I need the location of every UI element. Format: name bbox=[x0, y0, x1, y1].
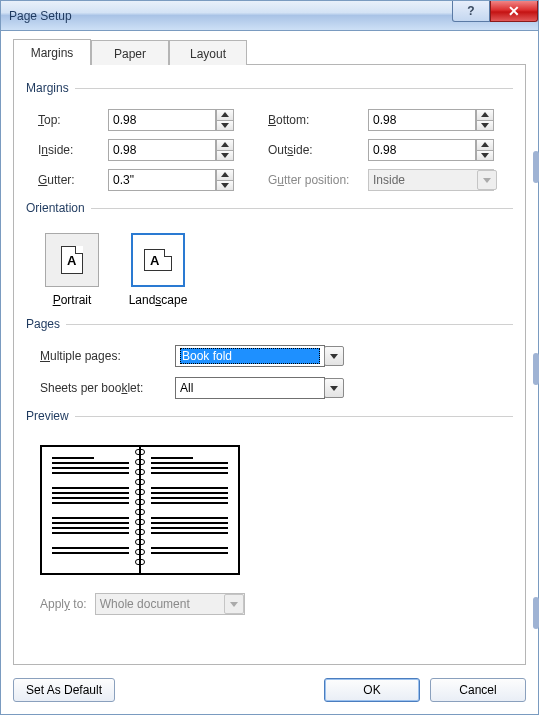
chevron-up-icon bbox=[221, 172, 229, 177]
bottom-label: Bottom: bbox=[268, 113, 368, 127]
landscape-page-icon: A bbox=[144, 249, 172, 271]
orientation-portrait-label: Portrait bbox=[40, 293, 104, 307]
chevron-up-icon bbox=[221, 112, 229, 117]
tab-paper-label: Paper bbox=[114, 47, 146, 61]
close-button[interactable]: ✕ bbox=[490, 1, 538, 22]
window-title: Page Setup bbox=[9, 9, 72, 23]
multiple-pages-select[interactable]: Book fold bbox=[175, 345, 345, 367]
gutter-label: Gutter: bbox=[38, 173, 108, 187]
gutter-spin-down[interactable] bbox=[216, 180, 234, 192]
chevron-down-icon bbox=[330, 386, 338, 391]
sheets-per-booklet-dropdown-button[interactable] bbox=[324, 378, 344, 398]
chevron-down-icon bbox=[483, 178, 491, 183]
ok-label: OK bbox=[363, 683, 380, 697]
multiple-pages-dropdown-button[interactable] bbox=[324, 346, 344, 366]
top-input[interactable] bbox=[108, 109, 216, 131]
apply-to-dropdown-button bbox=[224, 594, 244, 614]
chevron-down-icon bbox=[481, 123, 489, 128]
outside-label: Outside: bbox=[268, 143, 368, 157]
chevron-down-icon bbox=[221, 183, 229, 188]
cancel-button[interactable]: Cancel bbox=[430, 678, 526, 702]
section-pages: Pages bbox=[26, 317, 513, 331]
bottom-spin-up[interactable] bbox=[476, 109, 494, 120]
section-margins-label: Margins bbox=[26, 81, 69, 95]
tab-margins[interactable]: Margins bbox=[13, 39, 91, 66]
orientation-landscape[interactable]: A Landscape bbox=[126, 233, 190, 307]
tab-layout[interactable]: Layout bbox=[169, 40, 247, 66]
sheets-per-booklet-select[interactable]: All bbox=[175, 377, 345, 399]
close-icon: ✕ bbox=[508, 3, 520, 19]
outside-spin-up[interactable] bbox=[476, 139, 494, 150]
tab-layout-label: Layout bbox=[190, 47, 226, 61]
chevron-up-icon bbox=[481, 112, 489, 117]
orientation-landscape-label: Landscape bbox=[126, 293, 190, 307]
ok-button[interactable]: OK bbox=[324, 678, 420, 702]
top-spin-down[interactable] bbox=[216, 120, 234, 132]
scroll-hint bbox=[533, 597, 539, 629]
cancel-label: Cancel bbox=[459, 683, 496, 697]
help-icon: ? bbox=[467, 4, 474, 18]
inside-label: Inside: bbox=[38, 143, 108, 157]
chevron-down-icon bbox=[230, 602, 238, 607]
portrait-page-icon: A bbox=[61, 246, 83, 274]
orientation-portrait[interactable]: A Portrait bbox=[40, 233, 104, 307]
page-setup-dialog: Page Setup ? ✕ Margins Paper Layout Marg… bbox=[0, 0, 539, 715]
set-as-default-button[interactable]: Set As Default bbox=[13, 678, 115, 702]
gutter-spin-up[interactable] bbox=[216, 169, 234, 180]
gutter-position-dropdown-button bbox=[477, 170, 497, 190]
set-as-default-label: Set As Default bbox=[26, 683, 102, 697]
chevron-up-icon bbox=[481, 142, 489, 147]
inside-input[interactable] bbox=[108, 139, 216, 161]
section-orientation: Orientation bbox=[26, 201, 513, 215]
section-preview-label: Preview bbox=[26, 409, 69, 423]
sheets-per-booklet-label: Sheets per booklet: bbox=[40, 381, 175, 395]
help-button[interactable]: ? bbox=[452, 1, 490, 22]
gutter-position-value: Inside bbox=[373, 173, 489, 187]
scroll-hint bbox=[533, 353, 539, 385]
apply-to-select: Whole document bbox=[95, 593, 245, 615]
section-pages-label: Pages bbox=[26, 317, 60, 331]
inside-spin-up[interactable] bbox=[216, 139, 234, 150]
chevron-down-icon bbox=[481, 153, 489, 158]
inside-spin-down[interactable] bbox=[216, 150, 234, 162]
preview-book-icon bbox=[40, 445, 240, 575]
sheets-per-booklet-value: All bbox=[180, 381, 320, 395]
tab-strip: Margins Paper Layout bbox=[13, 39, 526, 65]
multiple-pages-label: Multiple pages: bbox=[40, 349, 175, 363]
chevron-up-icon bbox=[221, 142, 229, 147]
apply-to-label: Apply to: bbox=[40, 597, 87, 611]
chevron-down-icon bbox=[330, 354, 338, 359]
gutter-position-label: Gutter position: bbox=[268, 173, 368, 187]
outside-input[interactable] bbox=[368, 139, 476, 161]
scroll-hint bbox=[533, 151, 539, 183]
section-margins: Margins bbox=[26, 81, 513, 95]
section-preview: Preview bbox=[26, 409, 513, 423]
tab-margins-label: Margins bbox=[31, 46, 74, 60]
margins-panel: Margins Top: Bottom: Inside: bbox=[13, 65, 526, 665]
titlebar: Page Setup ? ✕ bbox=[1, 1, 538, 31]
gutter-input[interactable] bbox=[108, 169, 216, 191]
bottom-input[interactable] bbox=[368, 109, 476, 131]
section-orientation-label: Orientation bbox=[26, 201, 85, 215]
multiple-pages-value: Book fold bbox=[180, 348, 320, 364]
tab-paper[interactable]: Paper bbox=[91, 40, 169, 66]
chevron-down-icon bbox=[221, 123, 229, 128]
bottom-spin-down[interactable] bbox=[476, 120, 494, 132]
outside-spin-down[interactable] bbox=[476, 150, 494, 162]
apply-to-value: Whole document bbox=[100, 597, 240, 611]
gutter-position-select: Inside bbox=[368, 169, 498, 191]
chevron-down-icon bbox=[221, 153, 229, 158]
top-label: Top: bbox=[38, 113, 108, 127]
top-spin-up[interactable] bbox=[216, 109, 234, 120]
